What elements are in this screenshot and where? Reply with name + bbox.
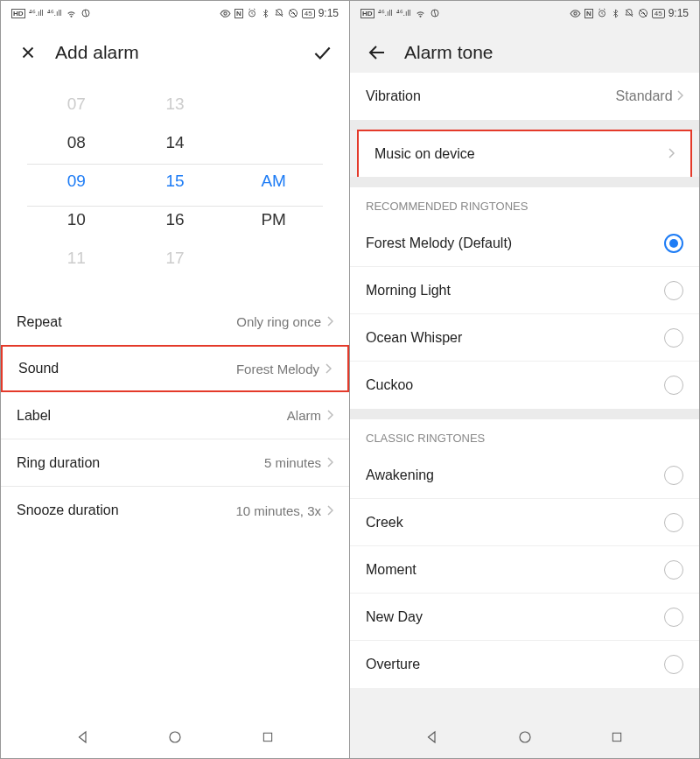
ringtone-item[interactable]: Awakening	[350, 452, 699, 499]
svg-point-5	[170, 732, 180, 742]
ringtone-item[interactable]: Ocean Whisper	[350, 314, 699, 362]
ringtone-label: Overture	[366, 657, 420, 672]
bluetooth-icon	[611, 9, 620, 18]
ring-value: 5 minutes	[264, 455, 321, 470]
sound-value: Forest Melody	[236, 362, 319, 376]
ringtone-label: Creek	[366, 515, 403, 531]
signal-icon-2: ⁴⁶.ıll	[47, 9, 62, 18]
vibration-row[interactable]: Vibration Standard	[350, 73, 699, 120]
svg-rect-6	[263, 733, 271, 741]
ringtone-item[interactable]: Overture	[350, 641, 699, 688]
ringtone-item[interactable]: Morning Light	[350, 267, 699, 314]
ringtone-label: Morning Light	[366, 283, 451, 299]
radio-icon[interactable]	[664, 608, 683, 627]
battery-icon: 45	[302, 9, 315, 18]
hd-icon: HD	[11, 9, 25, 18]
snooze-value: 10 minutes, 3x	[235, 503, 321, 518]
radio-icon[interactable]	[664, 466, 683, 485]
chevron-right-icon	[325, 362, 332, 376]
repeat-label: Repeat	[17, 314, 62, 330]
ringtone-label: Moment	[366, 562, 416, 578]
sound-row[interactable]: Sound Forest Melody	[1, 345, 349, 392]
minute-column[interactable]: 13 14 15 16 17	[126, 92, 225, 271]
nav-back-icon[interactable]	[422, 727, 443, 748]
chevron-right-icon	[326, 455, 333, 470]
label-label: Label	[17, 408, 51, 424]
wifi-icon	[415, 8, 426, 19]
ampm-column[interactable]: AM PM	[224, 92, 323, 271]
svg-point-2	[224, 11, 227, 14]
music-label: Music on device	[374, 146, 475, 162]
chevron-right-icon	[326, 503, 333, 518]
back-icon[interactable]	[366, 41, 388, 64]
nav-home-icon[interactable]	[164, 727, 186, 748]
vibration-value: Standard	[616, 88, 673, 103]
nav-bar	[350, 714, 699, 759]
ring-duration-row[interactable]: Ring duration 5 minutes	[1, 439, 349, 487]
header: Alarm tone	[350, 25, 699, 73]
svg-point-0	[71, 16, 72, 17]
mute-icon	[274, 8, 284, 18]
music-on-device-row[interactable]: Music on device	[357, 130, 692, 177]
nav-recent-icon[interactable]	[606, 727, 627, 748]
nav-back-icon[interactable]	[73, 727, 94, 748]
hd-icon: HD	[360, 9, 374, 18]
status-time: 9:15	[318, 7, 339, 19]
label-row[interactable]: Label Alarm	[1, 392, 349, 439]
nav-bar	[1, 714, 349, 759]
ringtone-item[interactable]: Moment	[350, 546, 699, 594]
ringtone-label: Cuckoo	[366, 377, 413, 393]
alarm-icon	[247, 8, 257, 18]
status-bar: HD ⁴⁶.ıll ⁴⁶.ıll N	[1, 1, 349, 25]
nav-recent-icon[interactable]	[257, 727, 278, 748]
swirl-icon	[430, 8, 440, 18]
time-picker[interactable]: 07 08 09 10 11 13 14 15 16 17 AM	[1, 73, 349, 278]
ringtone-item[interactable]: New Day	[350, 594, 699, 641]
phone-add-alarm: HD ⁴⁶.ıll ⁴⁶.ıll N	[1, 1, 350, 759]
no-data-icon	[288, 8, 298, 18]
svg-point-9	[574, 11, 577, 14]
chevron-right-icon	[326, 408, 333, 423]
bluetooth-icon	[261, 9, 270, 18]
snooze-label: Snooze duration	[17, 502, 119, 518]
wifi-icon	[66, 8, 77, 19]
radio-icon[interactable]	[664, 376, 683, 395]
radio-icon[interactable]	[664, 513, 683, 532]
chevron-right-icon	[676, 88, 683, 103]
page-title: Alarm tone	[404, 42, 683, 63]
confirm-icon[interactable]	[311, 41, 333, 64]
radio-icon[interactable]	[664, 281, 683, 300]
alarm-icon	[597, 8, 607, 18]
ringtone-item[interactable]: Cuckoo	[350, 362, 699, 409]
nav-home-icon[interactable]	[514, 727, 536, 748]
chevron-right-icon	[668, 146, 675, 162]
snooze-duration-row[interactable]: Snooze duration 10 minutes, 3x	[1, 487, 349, 534]
radio-icon[interactable]	[664, 655, 683, 674]
svg-point-7	[420, 16, 421, 17]
status-bar: HD ⁴⁶.ıll ⁴⁶.ıll N	[350, 1, 699, 25]
ringtone-label: Ocean Whisper	[366, 330, 462, 346]
recommended-header: RECOMMENDED RINGTONES	[350, 187, 699, 220]
ringtone-item[interactable]: Forest Melody (Default)	[350, 220, 699, 267]
repeat-row[interactable]: Repeat Only ring once	[1, 299, 349, 346]
signal-icon: ⁴⁶.ıll	[378, 9, 393, 18]
header: Add alarm	[1, 25, 349, 73]
ring-label: Ring duration	[17, 455, 100, 471]
radio-icon[interactable]	[664, 560, 683, 580]
status-time: 9:15	[668, 7, 689, 19]
signal-icon-2: ⁴⁶.ıll	[396, 9, 411, 18]
sound-label: Sound	[18, 361, 59, 376]
ringtone-item[interactable]: Creek	[350, 499, 699, 546]
ringtone-label: New Day	[366, 609, 423, 625]
hour-column[interactable]: 07 08 09 10 11	[27, 92, 126, 271]
repeat-value: Only ring once	[236, 314, 321, 329]
svg-rect-13	[613, 733, 621, 741]
page-title: Add alarm	[55, 42, 311, 63]
nfc-icon: N	[234, 9, 243, 18]
ringtone-label: Awakening	[366, 467, 434, 483]
svg-point-12	[520, 732, 530, 742]
radio-icon[interactable]	[664, 234, 683, 253]
nfc-icon: N	[584, 9, 593, 18]
radio-icon[interactable]	[664, 328, 683, 348]
close-icon[interactable]	[17, 41, 39, 64]
